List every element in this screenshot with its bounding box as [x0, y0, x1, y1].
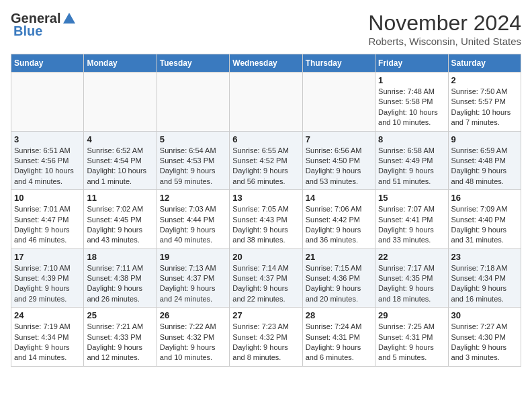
- day-number: 19: [160, 252, 226, 262]
- day-info: Sunrise: 7:27 AM Sunset: 4:30 PM Dayligh…: [451, 322, 518, 363]
- header-saturday: Saturday: [448, 54, 521, 73]
- calendar-cell: 26Sunrise: 7:22 AM Sunset: 4:32 PM Dayli…: [157, 308, 229, 367]
- day-number: 14: [306, 193, 372, 203]
- calendar-cell: 14Sunrise: 7:06 AM Sunset: 4:42 PM Dayli…: [302, 190, 375, 249]
- day-number: 16: [451, 193, 518, 203]
- calendar-week-row: 10Sunrise: 7:01 AM Sunset: 4:47 PM Dayli…: [11, 190, 521, 249]
- header-sunday: Sunday: [11, 54, 84, 73]
- day-number: 11: [87, 193, 153, 203]
- day-info: Sunrise: 7:01 AM Sunset: 4:47 PM Dayligh…: [14, 204, 81, 246]
- day-number: 10: [14, 193, 81, 203]
- day-info: Sunrise: 7:02 AM Sunset: 4:45 PM Dayligh…: [87, 204, 153, 246]
- calendar-body: 1Sunrise: 7:48 AM Sunset: 5:58 PM Daylig…: [11, 73, 521, 367]
- day-info: Sunrise: 7:09 AM Sunset: 4:40 PM Dayligh…: [451, 204, 518, 246]
- calendar-cell: 7Sunrise: 6:56 AM Sunset: 4:50 PM Daylig…: [302, 131, 375, 190]
- day-info: Sunrise: 6:59 AM Sunset: 4:48 PM Dayligh…: [451, 146, 518, 187]
- calendar-cell: 16Sunrise: 7:09 AM Sunset: 4:40 PM Dayli…: [448, 190, 521, 249]
- header-friday: Friday: [375, 54, 448, 73]
- calendar-cell: 28Sunrise: 7:24 AM Sunset: 4:31 PM Dayli…: [302, 308, 375, 367]
- calendar-cell: 24Sunrise: 7:19 AM Sunset: 4:34 PM Dayli…: [11, 308, 84, 367]
- calendar-cell: [230, 73, 302, 132]
- calendar-table: Sunday Monday Tuesday Wednesday Thursday…: [11, 54, 521, 367]
- calendar-week-row: 1Sunrise: 7:48 AM Sunset: 5:58 PM Daylig…: [11, 73, 521, 132]
- calendar-cell: [302, 73, 375, 132]
- day-info: Sunrise: 7:05 AM Sunset: 4:43 PM Dayligh…: [232, 204, 299, 246]
- calendar-cell: 15Sunrise: 7:07 AM Sunset: 4:41 PM Dayli…: [375, 190, 448, 249]
- day-number: 3: [14, 134, 81, 144]
- calendar-cell: 23Sunrise: 7:18 AM Sunset: 4:34 PM Dayli…: [448, 248, 521, 308]
- day-number: 29: [378, 310, 445, 320]
- calendar-cell: 1Sunrise: 7:48 AM Sunset: 5:58 PM Daylig…: [375, 73, 448, 132]
- calendar-cell: 21Sunrise: 7:15 AM Sunset: 4:36 PM Dayli…: [302, 248, 375, 308]
- calendar-cell: 22Sunrise: 7:17 AM Sunset: 4:35 PM Dayli…: [375, 248, 448, 308]
- logo-icon: [62, 11, 77, 26]
- calendar-cell: 13Sunrise: 7:05 AM Sunset: 4:43 PM Dayli…: [230, 190, 302, 249]
- calendar-cell: 17Sunrise: 7:10 AM Sunset: 4:39 PM Dayli…: [11, 248, 84, 308]
- header-monday: Monday: [84, 54, 157, 73]
- location-title: Roberts, Wisconsin, United States: [368, 36, 521, 47]
- calendar-cell: 27Sunrise: 7:23 AM Sunset: 4:32 PM Dayli…: [230, 308, 302, 367]
- calendar-cell: 4Sunrise: 6:52 AM Sunset: 4:54 PM Daylig…: [84, 131, 157, 190]
- day-info: Sunrise: 7:10 AM Sunset: 4:39 PM Dayligh…: [14, 263, 81, 305]
- day-number: 23: [451, 252, 518, 262]
- day-number: 26: [160, 310, 226, 320]
- calendar-cell: 29Sunrise: 7:25 AM Sunset: 4:31 PM Dayli…: [375, 308, 448, 367]
- day-number: 25: [87, 310, 153, 320]
- calendar-cell: 20Sunrise: 7:14 AM Sunset: 4:37 PM Dayli…: [230, 248, 302, 308]
- day-number: 7: [306, 134, 372, 144]
- calendar-cell: 10Sunrise: 7:01 AM Sunset: 4:47 PM Dayli…: [11, 190, 84, 249]
- day-number: 18: [87, 252, 153, 262]
- day-number: 20: [232, 252, 299, 262]
- day-number: 2: [451, 75, 518, 85]
- day-info: Sunrise: 7:23 AM Sunset: 4:32 PM Dayligh…: [232, 322, 299, 363]
- logo-blue-text: Blue: [13, 24, 42, 39]
- day-info: Sunrise: 6:51 AM Sunset: 4:56 PM Dayligh…: [14, 146, 81, 187]
- day-number: 28: [306, 310, 372, 320]
- day-info: Sunrise: 7:06 AM Sunset: 4:42 PM Dayligh…: [306, 204, 372, 246]
- day-info: Sunrise: 7:11 AM Sunset: 4:38 PM Dayligh…: [87, 263, 153, 305]
- day-number: 1: [378, 75, 445, 85]
- calendar-cell: 18Sunrise: 7:11 AM Sunset: 4:38 PM Dayli…: [84, 248, 157, 308]
- calendar-week-row: 24Sunrise: 7:19 AM Sunset: 4:34 PM Dayli…: [11, 308, 521, 367]
- day-info: Sunrise: 6:56 AM Sunset: 4:50 PM Dayligh…: [306, 146, 372, 187]
- day-info: Sunrise: 7:50 AM Sunset: 5:57 PM Dayligh…: [451, 87, 518, 128]
- header-wednesday: Wednesday: [230, 54, 302, 73]
- day-info: Sunrise: 7:18 AM Sunset: 4:34 PM Dayligh…: [451, 263, 518, 305]
- day-info: Sunrise: 7:25 AM Sunset: 4:31 PM Dayligh…: [378, 322, 445, 363]
- calendar-week-row: 3Sunrise: 6:51 AM Sunset: 4:56 PM Daylig…: [11, 131, 521, 190]
- day-info: Sunrise: 7:15 AM Sunset: 4:36 PM Dayligh…: [306, 263, 372, 305]
- day-number: 9: [451, 134, 518, 144]
- day-info: Sunrise: 7:22 AM Sunset: 4:32 PM Dayligh…: [160, 322, 226, 363]
- header-tuesday: Tuesday: [157, 54, 229, 73]
- calendar-cell: 3Sunrise: 6:51 AM Sunset: 4:56 PM Daylig…: [11, 131, 84, 190]
- calendar-cell: 9Sunrise: 6:59 AM Sunset: 4:48 PM Daylig…: [448, 131, 521, 190]
- day-info: Sunrise: 7:13 AM Sunset: 4:37 PM Dayligh…: [160, 263, 226, 305]
- day-number: 5: [160, 134, 226, 144]
- day-info: Sunrise: 6:54 AM Sunset: 4:53 PM Dayligh…: [160, 146, 226, 187]
- calendar-cell: 11Sunrise: 7:02 AM Sunset: 4:45 PM Dayli…: [84, 190, 157, 249]
- calendar-cell: [11, 73, 84, 132]
- calendar-cell: 6Sunrise: 6:55 AM Sunset: 4:52 PM Daylig…: [230, 131, 302, 190]
- day-number: 6: [232, 134, 299, 144]
- calendar-cell: 2Sunrise: 7:50 AM Sunset: 5:57 PM Daylig…: [448, 73, 521, 132]
- day-number: 12: [160, 193, 226, 203]
- calendar-cell: 8Sunrise: 6:58 AM Sunset: 4:49 PM Daylig…: [375, 131, 448, 190]
- day-number: 4: [87, 134, 153, 144]
- day-info: Sunrise: 7:14 AM Sunset: 4:37 PM Dayligh…: [232, 263, 299, 305]
- day-info: Sunrise: 7:03 AM Sunset: 4:44 PM Dayligh…: [160, 204, 226, 246]
- calendar-cell: 12Sunrise: 7:03 AM Sunset: 4:44 PM Dayli…: [157, 190, 229, 249]
- day-number: 17: [14, 252, 81, 262]
- day-number: 24: [14, 310, 81, 320]
- calendar-cell: 19Sunrise: 7:13 AM Sunset: 4:37 PM Dayli…: [157, 248, 229, 308]
- month-title: November 2024: [368, 11, 521, 36]
- page-header: General Blue November 2024 Roberts, Wisc…: [11, 11, 521, 47]
- day-info: Sunrise: 6:55 AM Sunset: 4:52 PM Dayligh…: [232, 146, 299, 187]
- day-number: 27: [232, 310, 299, 320]
- calendar-week-row: 17Sunrise: 7:10 AM Sunset: 4:39 PM Dayli…: [11, 248, 521, 308]
- day-info: Sunrise: 7:48 AM Sunset: 5:58 PM Dayligh…: [378, 87, 445, 128]
- day-info: Sunrise: 7:17 AM Sunset: 4:35 PM Dayligh…: [378, 263, 445, 305]
- day-number: 21: [306, 252, 372, 262]
- day-info: Sunrise: 6:58 AM Sunset: 4:49 PM Dayligh…: [378, 146, 445, 187]
- day-info: Sunrise: 7:19 AM Sunset: 4:34 PM Dayligh…: [14, 322, 81, 363]
- calendar-cell: 25Sunrise: 7:21 AM Sunset: 4:33 PM Dayli…: [84, 308, 157, 367]
